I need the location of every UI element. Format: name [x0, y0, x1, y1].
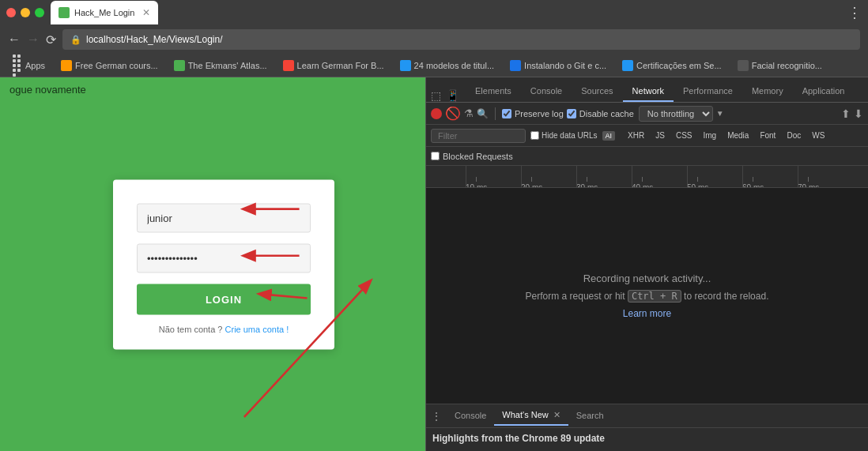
blocked-requests-bar: Blocked Requests	[426, 147, 868, 166]
bookmark-label-4: 24 modelos de titul...	[414, 61, 495, 70]
address-input[interactable]: 🔒 localhost/Hack_Me/Views/Login/	[62, 29, 860, 50]
tick-70ms: 70 ms	[798, 177, 819, 188]
devtools-device-icon[interactable]: 📱	[446, 89, 459, 102]
tab-application[interactable]: Application	[793, 81, 855, 102]
filter-js[interactable]: JS	[651, 130, 670, 141]
bookmark-label-3: Learn German For B...	[297, 61, 384, 70]
devtools-bottom-panel: ⋮ Console What's New ✕ Search Highlights…	[426, 404, 868, 451]
hide-data-urls-checkbox[interactable]	[530, 131, 539, 140]
whatsnew-close-icon[interactable]: ✕	[553, 410, 560, 419]
bookmark-2[interactable]: The Ekmans' Atlas...	[168, 58, 274, 73]
filter-font[interactable]: Font	[755, 130, 780, 141]
ai-filter-icon[interactable]: AI	[602, 131, 616, 141]
upload-icon[interactable]: ⬆	[841, 107, 851, 120]
disable-cache-checkbox[interactable]	[567, 109, 576, 118]
bookmark-5[interactable]: Instalando o Git e c...	[504, 58, 613, 73]
tick-60ms: 60 ms	[742, 177, 764, 188]
minimize-button[interactable]	[21, 8, 30, 17]
tick-50ms: 50 ms	[687, 177, 708, 188]
bottom-tab-console[interactable]: Console	[447, 407, 494, 426]
tick-30ms: 30 ms	[576, 177, 598, 188]
filter-xhr[interactable]: XHR	[623, 130, 649, 141]
close-button[interactable]	[6, 8, 16, 17]
password-input[interactable]	[137, 243, 311, 272]
tab-label: Hack_Me Login	[74, 8, 134, 17]
bottom-tab-search[interactable]: Search	[568, 407, 612, 426]
devtools-inspect-icon[interactable]: ⬚	[431, 89, 441, 102]
page-hint-text: ogue novamente	[0, 77, 425, 102]
tick-10ms: 10 ms	[466, 177, 487, 188]
bookmark-favicon-1	[61, 60, 72, 71]
tab-network[interactable]: Network	[623, 81, 674, 102]
bookmark-7[interactable]: Facial recognitio...	[731, 58, 828, 73]
filter-doc[interactable]: Doc	[782, 130, 806, 141]
bookmark-4[interactable]: 24 modelos de titul...	[394, 58, 501, 73]
learn-more-link[interactable]: Learn more	[623, 308, 671, 319]
filter-img[interactable]: Img	[698, 130, 721, 141]
maximize-button[interactable]	[35, 8, 44, 17]
bookmark-6[interactable]: Certificações em Se...	[616, 58, 728, 73]
bookmark-favicon-4	[400, 60, 411, 71]
apps-icon	[13, 54, 22, 77]
signup-link[interactable]: Crie uma conta !	[225, 324, 289, 333]
throttling-select[interactable]: No throttling	[639, 106, 713, 122]
tab-close-icon[interactable]: ✕	[142, 7, 150, 18]
back-button[interactable]: ←	[8, 32, 21, 47]
title-bar: Hack_Me Login ✕ ⋮	[0, 0, 868, 25]
tab-performance[interactable]: Performance	[674, 81, 742, 102]
bookmark-favicon-6	[622, 60, 633, 71]
blocked-requests-checkbox[interactable]	[431, 152, 440, 160]
tab-sources[interactable]: Sources	[572, 81, 622, 102]
tab-console[interactable]: Console	[521, 81, 572, 102]
tick-20ms: 20 ms	[521, 177, 542, 188]
ruler-line-4	[632, 166, 632, 187]
apps-label: Apps	[25, 61, 45, 70]
blocked-requests-label[interactable]: Blocked Requests	[431, 152, 513, 161]
bookmarks-bar: Apps Free German cours... The Ekmans' At…	[0, 54, 868, 77]
timeline-ruler: 10 ms 20 ms 30 ms 40 ms 50 ms 60 ms	[426, 166, 868, 188]
download-icon[interactable]: ⬇	[854, 107, 863, 120]
filter-media[interactable]: Media	[723, 130, 753, 141]
bookmark-favicon-7	[738, 60, 749, 71]
reload-button[interactable]: ⟳	[46, 32, 56, 47]
bookmark-1[interactable]: Free German cours...	[55, 58, 164, 73]
ctrl-r-kbd: Ctrl + R	[628, 290, 681, 303]
tab-elements[interactable]: Elements	[466, 81, 521, 102]
main-area: ogue novamente LOGIN Não tem conta ? Cri…	[0, 77, 868, 451]
bookmark-3[interactable]: Learn German For B...	[277, 58, 391, 73]
forward-button[interactable]: →	[27, 32, 40, 47]
preserve-log-checkbox-label[interactable]: Preserve log	[502, 109, 564, 118]
hide-data-urls-label[interactable]: Hide data URLs	[530, 131, 598, 140]
bookmark-favicon-5	[510, 60, 521, 71]
preserve-log-checkbox[interactable]	[502, 109, 511, 118]
lock-icon: 🔒	[70, 35, 81, 45]
bottom-tab-whatsnew[interactable]: What's New ✕	[494, 406, 568, 426]
devtools-toolbar: 🚫 ⚗ 🔍 Preserve log Disable cache No thro…	[426, 103, 868, 125]
recording-sub-text: Perform a request or hit Ctrl + R to rec…	[526, 291, 769, 302]
filter-ws[interactable]: WS	[807, 130, 829, 141]
bottom-menu-icon[interactable]: ⋮	[431, 410, 442, 423]
ruler-line-6	[742, 166, 743, 187]
bottom-content-title: Highlights from the Chrome 89 update	[426, 428, 868, 449]
ruler-line-5	[687, 166, 688, 187]
browser-menu-button[interactable]: ⋮	[847, 4, 862, 21]
disable-cache-checkbox-label[interactable]: Disable cache	[567, 109, 634, 118]
filter-input[interactable]	[431, 129, 526, 143]
bookmark-apps[interactable]: Apps	[6, 53, 51, 78]
filter-css[interactable]: CSS	[671, 130, 697, 141]
tab-memory[interactable]: Memory	[742, 81, 793, 102]
username-input[interactable]	[137, 203, 311, 232]
filter-tags: XHR JS CSS Img Media Font Doc WS	[623, 130, 829, 141]
filter-icon[interactable]: ⚗	[464, 107, 474, 119]
throttle-dropdown-icon[interactable]: ▼	[716, 109, 724, 118]
hide-data-urls-text: Hide data URLs	[542, 131, 598, 140]
devtools-panel: ⬚ 📱 Elements Console Sources Network Per…	[425, 77, 868, 451]
page-content: ogue novamente LOGIN Não tem conta ? Cri…	[0, 77, 425, 451]
search-icon[interactable]: 🔍	[477, 108, 489, 119]
stop-icon[interactable]: 🚫	[445, 106, 461, 121]
record-button[interactable]	[431, 108, 442, 119]
bookmark-favicon-2	[174, 60, 185, 71]
active-tab[interactable]: Hack_Me Login ✕	[51, 1, 158, 24]
ruler-line-2	[521, 166, 522, 187]
login-button[interactable]: LOGIN	[137, 284, 311, 314]
